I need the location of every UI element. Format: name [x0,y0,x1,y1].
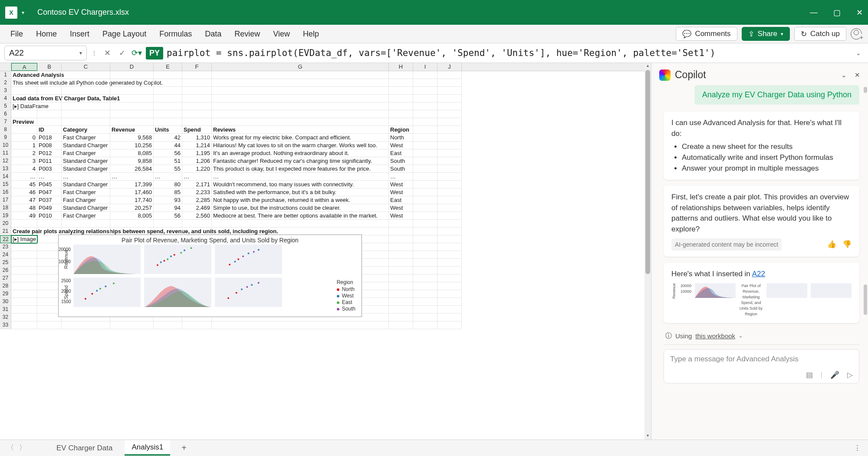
row-header[interactable]: 21 [0,228,11,235]
cell-A9[interactable]: 0 [11,134,37,142]
cell-J19[interactable] [437,212,462,220]
cell-J21[interactable] [437,228,462,235]
cell-H1[interactable] [389,71,413,79]
cell-I6[interactable] [413,110,437,118]
row-header[interactable]: 20 [0,220,11,228]
cell-G7[interactable] [212,118,389,126]
cell-B1[interactable] [37,71,62,79]
cell-F19[interactable]: 2,560 [182,212,212,220]
workbook-context-link[interactable]: this workbook [695,332,735,340]
send-icon[interactable]: ▷ [847,370,853,380]
chevron-down-icon[interactable]: ▾ [79,50,82,56]
row-header[interactable]: 23 [0,243,11,251]
cell-B10[interactable]: P008 [37,142,62,149]
row-header[interactable]: 19 [0,212,11,220]
row-header[interactable]: 7 [0,118,11,126]
cell-B9[interactable]: P018 [37,134,62,142]
cell-D18[interactable]: 20,257 [110,204,154,212]
cell-H30[interactable] [389,298,413,306]
cell-A28[interactable] [11,282,37,290]
cell-F33[interactable] [182,321,212,329]
cell-J11[interactable] [437,149,462,157]
cell-B18[interactable]: P049 [37,204,62,212]
cell-C13[interactable]: Standard Charger [62,165,110,173]
cell-H22[interactable] [389,235,413,243]
cell-A15[interactable]: 45 [11,181,37,188]
cell-J13[interactable] [437,165,462,173]
cell-A21[interactable]: Create pair plots analyzing relationship… [11,228,37,235]
cell-I12[interactable] [413,157,437,165]
cell-H9[interactable]: North [389,134,413,142]
cell-I5[interactable] [413,102,437,110]
cell-G33[interactable] [212,321,389,329]
cell-A1[interactable]: Advanced Analysis [11,71,37,79]
col-header-B[interactable]: B [37,63,62,71]
cell-I29[interactable] [413,290,437,298]
cell-B15[interactable]: P045 [37,181,62,188]
tab-nav-prev-icon[interactable]: 〈 [7,443,14,453]
cell-A11[interactable]: 2 [11,149,37,157]
cell-J12[interactable] [437,157,462,165]
row-header[interactable]: 18 [0,204,11,212]
cell-J6[interactable] [437,110,462,118]
cell-J31[interactable] [437,306,462,314]
cell-G16[interactable]: Satisfied with the performance, but it's… [212,188,389,196]
cell-I21[interactable] [413,228,437,235]
col-header-H[interactable]: H [389,63,413,71]
col-header-G[interactable]: G [212,63,389,71]
cell-E15[interactable]: 80 [154,181,182,188]
cell-D20[interactable] [110,220,154,228]
cell-H28[interactable] [389,282,413,290]
select-all-corner[interactable] [0,63,11,71]
cell-E18[interactable]: 94 [154,204,182,212]
cell-H16[interactable]: West [389,188,413,196]
cell-F7[interactable] [182,118,212,126]
cell-J15[interactable] [437,181,462,188]
cell-D12[interactable]: 9,858 [110,157,154,165]
row-header[interactable]: 32 [0,314,11,321]
cell-D10[interactable]: 10,256 [110,142,154,149]
cell-E33[interactable] [154,321,182,329]
col-header-I[interactable]: I [413,63,437,71]
cell-C1[interactable] [62,71,110,79]
cell-H8[interactable]: Region [389,126,413,134]
comments-button[interactable]: 💬 Comments [676,27,737,41]
cell-A32[interactable] [11,314,37,321]
cancel-formula-icon[interactable]: ✕ [102,48,113,58]
cell-E17[interactable]: 93 [154,196,182,204]
cell-E3[interactable] [154,87,182,95]
cell-G3[interactable] [212,87,389,95]
cell-H14[interactable]: … [389,173,413,181]
cell-I2[interactable] [413,79,437,87]
cell-F4[interactable] [182,95,212,102]
cell-A18[interactable]: 48 [11,204,37,212]
cell-H12[interactable]: South [389,157,413,165]
expand-formula-icon[interactable]: ⌄ [853,50,864,56]
cell-F8[interactable]: Spend [182,126,212,134]
col-header-D[interactable]: D [110,63,154,71]
cell-I15[interactable] [413,181,437,188]
cell-C20[interactable] [62,220,110,228]
scroll-thumb[interactable] [864,284,867,315]
cell-A7[interactable]: Preview [11,118,37,126]
sheet-tab-ev-charger-data[interactable]: EV Charger Data [49,441,119,455]
cell-E11[interactable]: 56 [154,149,182,157]
cell-A29[interactable] [11,290,37,298]
cell-E9[interactable]: 42 [154,134,182,142]
cell-G12[interactable]: Fantastic charger! Reduced my car's char… [212,157,389,165]
cell-B13[interactable]: P003 [37,165,62,173]
cell-E7[interactable] [154,118,182,126]
cell-E6[interactable] [154,110,182,118]
cell-G6[interactable] [212,110,389,118]
tab-overflow-icon[interactable]: ⋮ [854,443,861,453]
cell-J23[interactable] [437,243,462,251]
cell-H29[interactable] [389,290,413,298]
row-header[interactable]: 1 [0,71,11,79]
cell-A17[interactable]: 47 [11,196,37,204]
scroll-up-icon[interactable]: ▴ [644,63,651,69]
cell-J8[interactable] [437,126,462,134]
cell-G17[interactable]: Not happy with the purchase, returned it… [212,196,389,204]
cell-A2[interactable]: This sheet will include all Python code … [11,79,37,87]
cell-F3[interactable] [182,87,212,95]
close-panel-icon[interactable]: ✕ [855,71,860,79]
